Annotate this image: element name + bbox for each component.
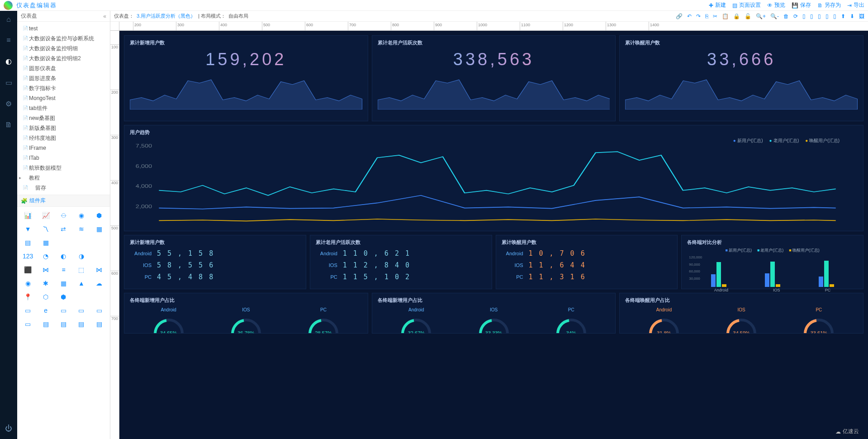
tree-item[interactable]: 留存: [17, 183, 110, 193]
user-trend-card[interactable]: 用户趋势 新用户(汇总) 老用户(汇总) 唤醒用户(汇总) 7,500 6,00…: [124, 125, 863, 231]
component-item[interactable]: 〽: [37, 222, 54, 236]
component-item[interactable]: ▤: [90, 317, 108, 331]
tree-item[interactable]: ITab: [17, 153, 110, 163]
component-item[interactable]: ⬚: [72, 263, 90, 277]
component-item[interactable]: ⋈: [37, 263, 54, 277]
nav-data-icon[interactable]: ≡: [6, 36, 10, 44]
component-item[interactable]: [72, 290, 90, 304]
component-item[interactable]: ⇄: [55, 222, 72, 236]
component-item[interactable]: ▭: [72, 304, 90, 317]
tool-redo-icon[interactable]: ↷: [696, 13, 701, 19]
tool-refresh-icon[interactable]: ⟳: [793, 13, 798, 19]
nav-home-icon[interactable]: ⌂: [6, 15, 11, 24]
kpi-card[interactable]: 累计新增用户数159,202: [124, 35, 368, 121]
component-item[interactable]: ✱: [37, 277, 54, 290]
tool-align3-icon[interactable]: ▯: [818, 13, 821, 19]
tool-zoomin-icon[interactable]: 🔍+: [756, 13, 766, 19]
new-button[interactable]: ✚新建: [709, 1, 726, 9]
component-item[interactable]: ⬛: [19, 263, 37, 277]
component-item[interactable]: [55, 236, 72, 249]
nav-settings-icon[interactable]: ⚙: [5, 100, 12, 108]
component-item[interactable]: 123: [19, 249, 37, 263]
component-item[interactable]: 📊: [19, 209, 37, 222]
tree-item[interactable]: 圆形仪表盘: [17, 63, 110, 73]
tool-sendback-icon[interactable]: ⬇: [850, 13, 854, 19]
component-item[interactable]: ◉: [72, 209, 90, 222]
component-item[interactable]: ◉: [19, 277, 37, 290]
tree-item[interactable]: test: [17, 24, 110, 33]
component-item[interactable]: ▲: [72, 277, 90, 290]
tree-item[interactable]: 圆形进度条: [17, 73, 110, 83]
tree-item[interactable]: 数字指标卡: [17, 83, 110, 93]
gauge-panel[interactable]: 各终端唤醒用户占比Android31.8%IOS34.59%PC33.61%: [619, 293, 863, 334]
component-item[interactable]: ▭: [19, 304, 37, 317]
component-item[interactable]: ▦: [90, 222, 108, 236]
tree-item[interactable]: IFrame: [17, 143, 110, 153]
nav-screen-icon[interactable]: ▭: [5, 78, 12, 87]
component-item[interactable]: [90, 249, 108, 263]
preview-button[interactable]: 👁预览: [767, 1, 785, 9]
tool-align5-icon[interactable]: ▯: [833, 13, 836, 19]
component-item[interactable]: ≋: [72, 222, 90, 236]
component-item[interactable]: ▦: [37, 236, 54, 249]
tool-align4-icon[interactable]: ▯: [825, 13, 829, 19]
tool-paste-icon[interactable]: 📋: [722, 13, 729, 19]
tool-align2-icon[interactable]: ▯: [810, 13, 813, 19]
save-button[interactable]: 💾保存: [792, 1, 811, 9]
component-item[interactable]: ▭: [55, 304, 72, 317]
mini-stat-card[interactable]: 累计老用户活跃次数Android110,621IOS112,840PC115,1…: [310, 235, 492, 289]
tree-item[interactable]: 新版桑基图: [17, 123, 110, 133]
tree-item[interactable]: 大数据设备监控明细: [17, 43, 110, 53]
component-item[interactable]: 📈: [37, 209, 54, 222]
mini-stat-card[interactable]: 累计唤醒用户数Android10,706IOS11,644PC11,316: [496, 235, 678, 289]
gauge-panel[interactable]: 各终端新增用户占比Android32.67%IOS33.33%PC34%: [372, 293, 616, 334]
component-item[interactable]: ▤: [55, 317, 72, 331]
component-item[interactable]: [72, 236, 90, 249]
component-item[interactable]: ⋈: [90, 263, 108, 277]
component-library-header[interactable]: 🧩 组件库: [17, 195, 110, 207]
terminal-bar-card[interactable]: 各终端对比分析新用户(汇总)老用户(汇总)唤醒用户(汇总)120,00090,0…: [681, 235, 863, 289]
tool-delete-icon[interactable]: 🗑: [783, 13, 789, 19]
component-item[interactable]: ⬢: [55, 290, 72, 304]
component-item[interactable]: ▭: [90, 304, 108, 317]
tool-bringfront-icon[interactable]: ⬆: [841, 13, 845, 19]
tool-undo-icon[interactable]: ↶: [687, 13, 692, 19]
tool-copy-icon[interactable]: ⎘: [705, 13, 708, 19]
component-item[interactable]: ◔: [37, 249, 54, 263]
nav-report-icon[interactable]: 🗎: [5, 121, 12, 129]
component-item[interactable]: ≡: [55, 263, 72, 277]
gauge-panel[interactable]: 各终端新增用户占比Android34.65%IOS36.78%PC28.57%: [124, 293, 368, 334]
tool-unlock-icon[interactable]: 🔓: [745, 13, 751, 19]
component-item[interactable]: ☁: [90, 277, 108, 290]
tree-item[interactable]: tab组件: [17, 103, 110, 113]
tree-folder[interactable]: 教程: [17, 173, 110, 183]
mini-stat-card[interactable]: 累计新增用户数Android55,158IOS58,556PC45,488: [124, 235, 306, 289]
tool-zoomout-icon[interactable]: 🔍-: [770, 13, 779, 19]
component-item[interactable]: e: [37, 304, 54, 317]
saveas-button[interactable]: 🗎另存为: [817, 1, 841, 9]
tree-item[interactable]: 航班数据模型: [17, 163, 110, 173]
component-item[interactable]: 📍: [19, 290, 37, 304]
component-item[interactable]: ▭: [19, 317, 37, 331]
tree-item[interactable]: 大数据设备监控与诊断系统: [17, 33, 110, 43]
component-item[interactable]: [90, 236, 108, 249]
component-item[interactable]: ⬡: [37, 290, 54, 304]
kpi-card[interactable]: 累计老用户活跃次数338,563: [372, 35, 616, 121]
collapse-sidebar-icon[interactable]: «: [103, 13, 106, 19]
component-item[interactable]: ▤: [37, 317, 54, 331]
nav-dashboard-icon[interactable]: ◐: [5, 57, 12, 66]
tree-item[interactable]: MongoTest: [17, 93, 110, 103]
kpi-card[interactable]: 累计唤醒用户数33,666: [619, 35, 863, 121]
tree-item[interactable]: new桑基图: [17, 113, 110, 123]
component-item[interactable]: ◐: [55, 249, 72, 263]
component-item[interactable]: ▤: [19, 236, 37, 249]
tool-image-icon[interactable]: 🖼: [859, 13, 864, 19]
tool-link-icon[interactable]: 🔗: [676, 13, 683, 19]
nav-power-icon[interactable]: ⏻: [5, 425, 12, 433]
component-item[interactable]: ⦵: [55, 209, 72, 222]
component-item[interactable]: ▤: [72, 317, 90, 331]
component-item[interactable]: ◑: [72, 249, 90, 263]
tree-item[interactable]: 经纬度地图: [17, 133, 110, 143]
component-item[interactable]: ⬢: [90, 209, 108, 222]
page-settings-button[interactable]: ▤页面设置: [732, 1, 761, 9]
